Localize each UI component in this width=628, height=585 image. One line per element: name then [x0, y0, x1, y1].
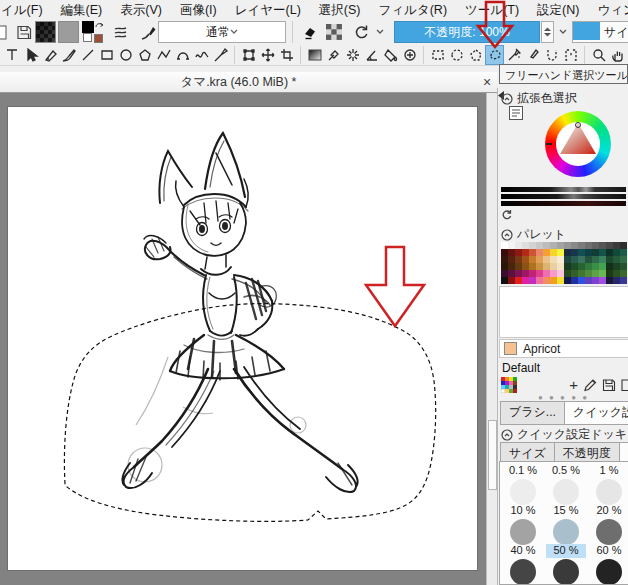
palette-swatch[interactable] [585, 242, 592, 249]
palette-swatch[interactable] [613, 277, 620, 284]
palette-swatch[interactable] [557, 242, 564, 249]
palette-swatch[interactable] [522, 263, 529, 270]
palette-swatch[interactable] [620, 277, 627, 284]
rectangular-selection-tool-icon[interactable] [428, 45, 447, 65]
color-sampler-tool-icon[interactable] [324, 45, 343, 65]
opacity-option-circle[interactable] [510, 519, 536, 545]
opacity-option-label[interactable]: 50 % [546, 544, 586, 558]
docker-collapse-icon[interactable] [501, 229, 513, 241]
palette-swatch[interactable] [606, 249, 613, 256]
sv-triangle[interactable] [545, 111, 611, 177]
polyline-tool-icon[interactable] [154, 45, 173, 65]
palette-swatch[interactable] [578, 263, 585, 270]
palette-swatch[interactable] [578, 242, 585, 249]
palette-chooser-icon[interactable] [501, 377, 517, 393]
add-color-icon[interactable]: + [569, 378, 578, 391]
palette-swatch[interactable] [599, 263, 606, 270]
brush-editor-icon[interactable] [138, 21, 158, 43]
palette-swatch[interactable] [578, 249, 585, 256]
opacity-option-label[interactable]: 1 % [589, 464, 628, 478]
palette-swatch[interactable] [606, 256, 613, 263]
palette-swatch[interactable] [557, 270, 564, 277]
reload-dropdown-icon[interactable] [374, 21, 386, 43]
shade-strip[interactable] [501, 194, 626, 199]
palette-swatch[interactable] [557, 277, 564, 284]
palette-swatch[interactable] [501, 270, 508, 277]
opacity-option-circle[interactable] [596, 559, 622, 585]
palette-swatch[interactable] [585, 249, 592, 256]
palette-swatch[interactable] [606, 263, 613, 270]
palette-swatch[interactable] [515, 270, 522, 277]
line-tool-icon[interactable] [78, 45, 97, 65]
palette-swatch[interactable] [613, 242, 620, 249]
tab-ブラシ...[interactable]: ブラシ... [500, 401, 564, 425]
palette-swatch[interactable] [550, 270, 557, 277]
opacity-option-label[interactable]: 40 % [503, 544, 543, 558]
opacity-option-circle[interactable] [596, 479, 622, 505]
palette-swatch[interactable] [599, 277, 606, 284]
docker-collapse-icon[interactable] [501, 93, 513, 105]
palette-swatch[interactable] [564, 242, 571, 249]
palette-swatch[interactable] [578, 277, 585, 284]
palette-swatch[interactable] [515, 256, 522, 263]
canvas-vertical-scrollbar[interactable] [486, 93, 497, 585]
palette-swatch[interactable] [613, 263, 620, 270]
palette-swatch[interactable] [613, 256, 620, 263]
opacity-option-circle[interactable] [553, 479, 579, 505]
palette-swatch[interactable] [592, 249, 599, 256]
menu-item-1[interactable]: 編集(E) [52, 0, 112, 21]
palette-swatch[interactable] [578, 270, 585, 277]
palette-swatch[interactable] [501, 242, 508, 249]
palette-swatch[interactable] [613, 270, 620, 277]
palette-swatch[interactable] [599, 270, 606, 277]
opacity-option-label[interactable]: 0.1 % [503, 464, 543, 478]
palette-extra-icon[interactable] [621, 378, 628, 392]
palette-swatch[interactable] [585, 256, 592, 263]
freehand-brush-tool-icon[interactable] [59, 45, 78, 65]
palette-swatch[interactable] [564, 263, 571, 270]
calligraphy-tool-icon[interactable] [40, 45, 59, 65]
selector-settings-icon[interactable] [509, 106, 523, 120]
palette-swatch[interactable] [508, 249, 515, 256]
palette-swatch[interactable] [592, 263, 599, 270]
palette-swatch[interactable] [529, 277, 536, 284]
palette-swatch[interactable] [550, 242, 557, 249]
palette-swatch[interactable] [550, 256, 557, 263]
palette-swatch[interactable] [599, 249, 606, 256]
dynamic-brush-tool-icon[interactable] [211, 45, 230, 65]
palette-swatch[interactable] [529, 242, 536, 249]
scrollbar-thumb[interactable] [488, 420, 497, 490]
enclose-fill-tool-icon[interactable] [400, 45, 419, 65]
menu-item-4[interactable]: レイヤー(L) [226, 0, 310, 21]
menu-item-5[interactable]: 選択(S) [310, 0, 370, 21]
palette-swatch[interactable] [571, 256, 578, 263]
opacity-option-label[interactable]: 10 % [503, 504, 543, 518]
palette-swatch[interactable] [536, 256, 543, 263]
palette-swatch[interactable] [620, 270, 627, 277]
palette-swatch[interactable] [501, 263, 508, 270]
shade-strip[interactable] [501, 187, 626, 192]
shade-reset-icon[interactable] [501, 209, 512, 220]
smart-patch-tool-icon[interactable] [343, 45, 362, 65]
palette-swatch[interactable] [543, 277, 550, 284]
save-icon[interactable] [15, 21, 34, 43]
palette-swatch[interactable] [564, 249, 571, 256]
menu-item-7[interactable]: ツール(T) [456, 0, 528, 21]
palette-color-list[interactable] [499, 286, 628, 338]
hue-ring[interactable] [545, 111, 611, 177]
palette-swatch[interactable] [508, 256, 515, 263]
palette-swatch[interactable] [592, 256, 599, 263]
palette-swatch[interactable] [592, 242, 599, 249]
brush-presets-icon[interactable] [110, 21, 130, 43]
pattern-chooser[interactable] [58, 21, 79, 43]
palette-swatch[interactable] [515, 263, 522, 270]
palette-swatch[interactable] [529, 263, 536, 270]
palette-swatch[interactable] [501, 277, 508, 284]
new-document-icon[interactable] [0, 21, 7, 43]
docker-collapse-icon[interactable] [501, 429, 513, 441]
palette-swatch[interactable] [599, 242, 606, 249]
palette-swatch[interactable] [508, 277, 515, 284]
palette-swatch[interactable] [620, 249, 627, 256]
menu-item-2[interactable]: 表示(V) [111, 0, 171, 21]
preserve-alpha-icon[interactable] [324, 21, 344, 43]
